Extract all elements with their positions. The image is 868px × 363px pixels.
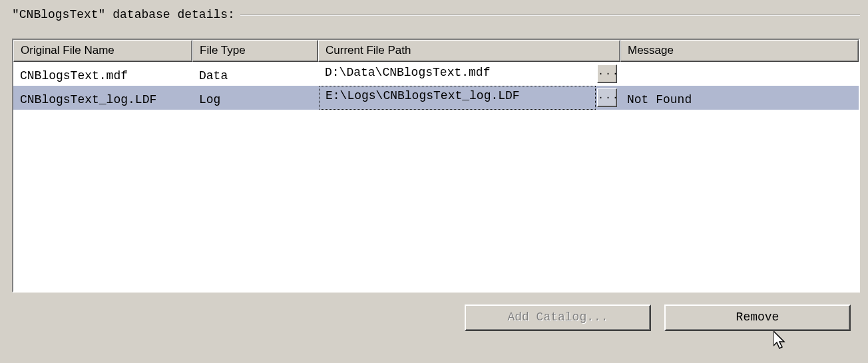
remove-button[interactable]: Remove <box>664 304 851 331</box>
cursor-icon <box>773 331 789 352</box>
group-line <box>240 15 860 16</box>
file-path-text[interactable]: D:\Data\CNBlogsText.mdf <box>318 62 597 86</box>
table-row[interactable]: CNBlogsText.mdf Data D:\Data\CNBlogsText… <box>13 62 859 86</box>
svg-marker-0 <box>773 331 784 348</box>
button-row: Add Catalog... Remove <box>12 304 851 331</box>
column-header-current-file-path[interactable]: Current File Path <box>318 40 620 62</box>
column-header-message[interactable]: Message <box>620 40 859 62</box>
browse-button[interactable]: ... <box>597 88 617 107</box>
cell-original-file-name: CNBlogsText.mdf <box>13 62 192 86</box>
table-body: CNBlogsText.mdf Data D:\Data\CNBlogsText… <box>13 62 859 291</box>
browse-button[interactable]: ... <box>597 64 617 83</box>
cell-current-file-path: E:\Logs\CNBlogsText_log.LDF ... <box>318 86 620 110</box>
cell-file-type: Log <box>192 86 318 110</box>
database-details-group: "CNBlogsText" database details: Original… <box>12 7 860 331</box>
cell-original-file-name: CNBlogsText_log.LDF <box>13 86 192 110</box>
group-title: "CNBlogsText" database details: <box>12 8 240 21</box>
cell-message: Not Found <box>620 86 859 110</box>
column-header-original-file-name[interactable]: Original File Name <box>13 40 192 62</box>
group-header: "CNBlogsText" database details: <box>12 7 860 23</box>
column-header-file-type[interactable]: File Type <box>192 40 318 62</box>
cell-current-file-path: D:\Data\CNBlogsText.mdf ... <box>318 62 620 86</box>
table-row[interactable]: CNBlogsText_log.LDF Log E:\Logs\CNBlogsT… <box>13 86 859 110</box>
file-path-text[interactable]: E:\Logs\CNBlogsText_log.LDF <box>320 86 596 110</box>
table-header-row: Original File Name File Type Current Fil… <box>13 40 859 62</box>
add-catalog-button: Add Catalog... <box>465 304 651 331</box>
cell-file-type: Data <box>192 62 318 86</box>
details-table: Original File Name File Type Current Fil… <box>12 39 860 293</box>
cell-message <box>620 62 859 86</box>
